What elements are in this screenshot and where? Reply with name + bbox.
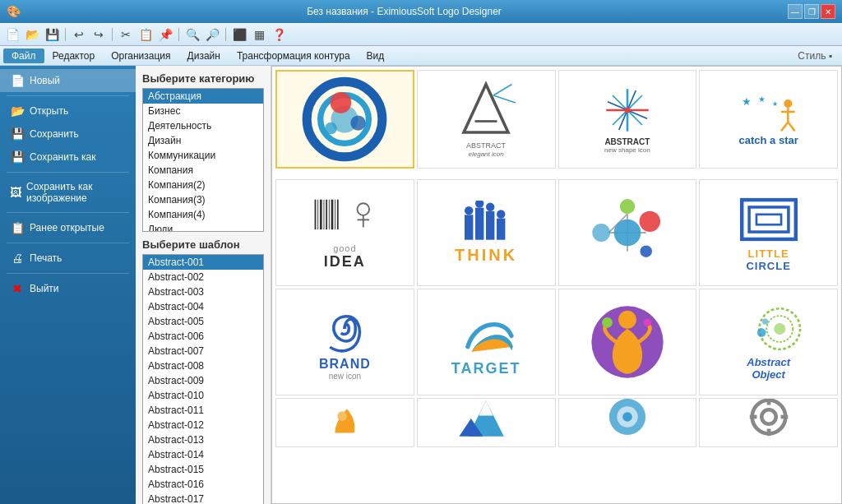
svg-point-41	[465, 206, 473, 215]
template-item-3[interactable]: Abstract-004	[143, 299, 263, 314]
toolbar: 📄 📂 💾 ↩ ↪ ✂ 📋 📌 🔍 🔎 ⬛ ▦ ❓	[0, 23, 842, 46]
menu-organization[interactable]: Организация	[103, 49, 178, 63]
template-item-10[interactable]: Abstract-011	[143, 403, 263, 418]
logo-cell-5[interactable]: good IDEA	[275, 179, 414, 286]
menu-editor[interactable]: Редактор	[44, 49, 104, 63]
logo-cell-3[interactable]: ABSTRACT new shape icon	[558, 70, 697, 169]
sidebar-item-save-label: Сохранить	[30, 128, 79, 140]
logo-cell-11[interactable]	[558, 289, 697, 395]
menu-right-text: Стиль ▪	[798, 50, 839, 62]
category-item-0[interactable]: Абстракция	[143, 89, 263, 104]
menu-transform[interactable]: Трансформация контура	[229, 49, 359, 63]
toolbar-sep-3	[178, 28, 179, 41]
sidebar-item-recent[interactable]: 📋 Ранее открытые	[0, 216, 136, 239]
undo-button[interactable]: ↩	[70, 25, 88, 44]
zoom-out-button[interactable]: 🔎	[203, 25, 221, 44]
category-item-7[interactable]: Компания(3)	[143, 192, 263, 207]
sidebar-item-saveasimage[interactable]: 🖼 Сохранить как изображение	[0, 176, 136, 209]
sidebar-item-saveas[interactable]: 💾 Сохранить как	[0, 146, 136, 169]
print-icon: 🖨	[10, 252, 25, 265]
sidebar-item-save[interactable]: 💾 Сохранить	[0, 123, 136, 146]
menu-view[interactable]: Вид	[359, 49, 393, 63]
template-item-5[interactable]: Abstract-006	[143, 329, 263, 344]
template-list[interactable]: Abstract-001 Abstract-002 Abstract-003 A…	[142, 254, 264, 504]
category-item-8[interactable]: Компания(4)	[143, 207, 263, 222]
close-button[interactable]: ✕	[821, 4, 835, 19]
svg-text:★: ★	[772, 100, 778, 109]
template-item-2[interactable]: Abstract-003	[143, 284, 263, 299]
logo-cell-12[interactable]: AbstractObject	[699, 289, 838, 395]
logo-cell-2[interactable]: ABSTRACTelegant icon	[417, 70, 556, 169]
template-item-8[interactable]: Abstract-009	[143, 373, 263, 388]
template-item-13[interactable]: Abstract-014	[143, 447, 263, 462]
menu-file[interactable]: Файл	[3, 49, 44, 63]
new-doc-button[interactable]: 📄	[3, 25, 21, 44]
svg-point-43	[486, 203, 494, 211]
category-item-4[interactable]: Коммуникации	[143, 148, 263, 163]
svg-point-57	[618, 311, 636, 329]
zoom-in-button[interactable]: 🔍	[183, 25, 201, 44]
category-item-6[interactable]: Компания(2)	[143, 178, 263, 192]
sidebar-item-print[interactable]: 🖨 Печать	[0, 247, 136, 270]
template-item-1[interactable]: Abstract-002	[143, 270, 263, 284]
template-item-15[interactable]: Abstract-016	[143, 477, 263, 492]
template-item-0[interactable]: Abstract-001	[143, 255, 263, 270]
align-button[interactable]: ⬛	[230, 25, 248, 44]
group-button[interactable]: ▦	[250, 25, 268, 44]
svg-point-3	[331, 92, 352, 113]
category-item-1[interactable]: Бизнес	[143, 104, 263, 118]
logo-cell-8[interactable]: LITTLE CIRCLE	[699, 179, 838, 286]
menu-design[interactable]: Дизайн	[179, 49, 229, 63]
template-item-4[interactable]: Abstract-005	[143, 314, 263, 329]
category-item-2[interactable]: Деятельность	[143, 118, 263, 133]
template-item-14[interactable]: Abstract-015	[143, 462, 263, 477]
template-item-11[interactable]: Abstract-012	[143, 418, 263, 432]
template-item-12[interactable]: Abstract-013	[143, 432, 263, 447]
maximize-button[interactable]: ❐	[804, 4, 819, 19]
svg-point-5	[326, 123, 338, 135]
copy-button[interactable]: 📋	[136, 25, 155, 44]
svg-rect-28	[324, 199, 325, 229]
open-button[interactable]: 📂	[23, 25, 41, 44]
svg-rect-75	[766, 398, 770, 405]
svg-point-34	[358, 203, 370, 215]
logo-cell-13[interactable]	[275, 398, 414, 447]
template-item-9[interactable]: Abstract-010	[143, 388, 263, 403]
sidebar-item-new[interactable]: 📄 Новый	[0, 69, 136, 92]
paste-button[interactable]: 📌	[156, 25, 174, 44]
logo-cell-1[interactable]	[275, 70, 414, 169]
cut-button[interactable]: ✂	[117, 25, 135, 44]
logo-cell-7[interactable]	[558, 179, 697, 286]
svg-point-58	[602, 317, 613, 328]
template-item-7[interactable]: Abstract-008	[143, 358, 263, 373]
sidebar-divider-1	[7, 95, 129, 96]
category-list[interactable]: Абстракция Бизнес Деятельность Дизайн Ко…	[142, 88, 264, 232]
template-item-16[interactable]: Abstract-017	[143, 492, 263, 504]
redo-button[interactable]: ↪	[90, 25, 108, 44]
logo-cell-15[interactable]	[558, 398, 697, 447]
logo-cell-9[interactable]: BRAND new icon	[275, 289, 414, 395]
minimize-button[interactable]: —	[788, 4, 803, 19]
logo-cell-14[interactable]	[417, 398, 556, 447]
svg-text:★: ★	[758, 95, 766, 104]
logo-grid-scroll[interactable]: ABSTRACTelegant icon	[272, 67, 841, 503]
logo-cell-16[interactable]	[699, 398, 838, 447]
svg-point-50	[620, 199, 635, 214]
save-button[interactable]: 💾	[43, 25, 61, 44]
sidebar-item-open[interactable]: 📂 Открыть	[0, 99, 136, 123]
svg-point-66	[338, 411, 348, 421]
sidebar-item-exit[interactable]: ✖ Выйти	[0, 277, 136, 300]
template-item-6[interactable]: Abstract-007	[143, 344, 263, 358]
svg-rect-39	[486, 211, 494, 240]
window-title: Без названия - EximiousSoft Logo Designe…	[21, 6, 788, 17]
help-button[interactable]: ❓	[270, 25, 288, 44]
logo-grid: ABSTRACTelegant icon	[272, 67, 841, 503]
category-item-9[interactable]: Люди	[143, 222, 263, 232]
svg-point-72	[622, 412, 632, 422]
logo-cell-6[interactable]: THINK	[417, 179, 556, 286]
logo-cell-10[interactable]: TARGET	[417, 289, 556, 395]
category-item-5[interactable]: Компания	[143, 163, 263, 178]
inner-layout: Выберите категорию Абстракция Бизнес Дея…	[136, 66, 842, 504]
category-item-3[interactable]: Дизайн	[143, 133, 263, 148]
logo-cell-catchstar[interactable]: ★ ★ ★ catch a star	[699, 70, 838, 169]
